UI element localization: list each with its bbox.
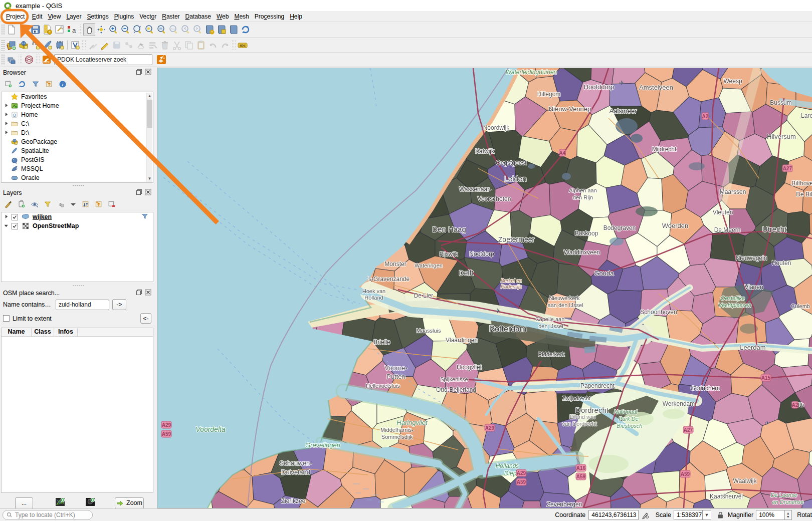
svg-text:Voorne-: Voorne- [384,364,408,372]
svg-text:Spijkenisse: Spijkenisse [440,376,468,382]
svg-text:A16: A16 [576,465,586,471]
svg-text:Monster: Monster [384,260,406,268]
svg-text:Mijdrecht: Mijdrecht [652,146,677,153]
svg-text:aan den IJssel: aan den IJssel [548,302,583,308]
svg-text:Zierikzee: Zierikzee [281,497,306,504]
svg-text:Waddinxveen: Waddinxveen [564,249,600,256]
svg-text:Bussum: Bussum [770,99,791,106]
svg-text:Nieuwerkerk: Nieuwerkerk [549,295,580,301]
svg-text:Boskoop: Boskoop [575,230,598,237]
svg-text:Bodegraven: Bodegraven [603,224,636,231]
svg-text:Maassluis: Maassluis [417,328,441,334]
svg-text:*: * [211,30,213,35]
svg-text:Voorschoten: Voorschoten [478,195,511,202]
svg-text:*: * [49,30,50,35]
svg-text:De Loonse: De Loonse [770,492,797,498]
svg-text:1:1: 1:1 [171,28,175,31]
svg-text:Culemb: Culemb [791,303,810,309]
svg-text:A59: A59 [576,474,586,479]
svg-text:Den Haag: Den Haag [432,225,466,233]
svg-text:Katwijk: Katwijk [475,148,495,155]
svg-text:✈: ✈ [619,79,625,87]
svg-text:abc: abc [240,44,246,47]
svg-text:A27: A27 [684,427,693,433]
svg-text:A2: A2 [702,114,709,119]
svg-text:Grevelingen: Grevelingen [305,441,340,449]
svg-text:Sommelsdijk: Sommelsdijk [381,434,413,440]
svg-text:A15: A15 [761,375,771,381]
svg-text:Nootdorp: Nootdorp [469,250,494,257]
svg-text:den Rijn: den Rijn [573,194,593,200]
svg-text:A59: A59 [517,479,526,485]
svg-text:Vleuten: Vleuten [713,209,733,216]
svg-text:Voordelta: Voordelta [195,425,226,433]
svg-text:Zoetermeer: Zoetermeer [498,235,535,243]
svg-text:Dordrecht: Dordrecht [575,406,609,414]
svg-text:A2: A2 [792,402,798,408]
svg-text:Schoonhoven: Schoonhoven [640,309,677,316]
svg-text:A29: A29 [517,470,526,476]
svg-text:Schouwen-: Schouwen- [279,459,312,467]
svg-text:Bilthoven: Bilthoven [791,180,812,187]
svg-text:Putten: Putten [386,373,405,380]
svg-text:Utrecht: Utrecht [762,225,787,233]
svg-text:Houten: Houten [772,259,791,267]
svg-text:Oostelijke: Oostelijke [721,295,745,301]
svg-text:Oegstgeest: Oegstgeest [496,159,527,166]
svg-text:Holland: Holland [364,295,383,301]
svg-text:✈: ✈ [495,307,501,315]
svg-text:den IJssel: den IJssel [538,323,563,329]
svg-text:Rotterdam: Rotterdam [489,325,527,333]
svg-text:Eiland van: Eiland van [569,414,595,420]
svg-text:PDOK: PDOK [44,61,50,64]
svg-text:Hoogvliet: Hoogvliet [457,364,482,371]
svg-text:Brielle: Brielle [373,339,390,346]
svg-text:Amstelveen: Amstelveen [639,84,673,91]
svg-text:Leerdam: Leerdam [740,344,765,351]
svg-text:a: a [72,27,76,34]
svg-text:Alphen aan: Alphen aan [569,187,597,193]
svg-text:Aalsmeer: Aalsmeer [610,107,638,115]
svg-text:Hillegom: Hillegom [537,91,561,98]
svg-text:Haringvliet: Haringvliet [396,419,428,426]
svg-text:Vlaardingen: Vlaardingen [446,337,478,344]
svg-text:Duiveland: Duiveland [281,468,310,476]
svg-text:Maarssen: Maarssen [720,188,746,195]
svg-text:Rijswijk: Rijswijk [440,251,458,257]
svg-text:Hoek van: Hoek van [362,288,385,294]
svg-text:Hollands: Hollands [496,462,519,469]
svg-text:A4: A4 [559,150,566,156]
svg-text:Oud-Beijerland: Oud-Beijerland [436,386,476,393]
svg-text:Hoofddorp: Hoofddorp [584,83,615,91]
svg-text:Berkel en: Berkel en [501,278,522,284]
svg-text:Rodenrijs: Rodenrijs [501,284,522,290]
svg-text:Papendrecht: Papendrecht [580,382,615,389]
svg-text:Werkendam: Werkendam [663,400,695,407]
svg-text:Vianen: Vianen [744,284,763,291]
svg-text:Delft: Delft [459,269,474,277]
svg-text:Kaatsheuvel: Kaatsheuvel [710,493,743,500]
svg-text:De Meern: De Meern [714,226,741,233]
svg-text:'s-Gravenzande: 's-Gravenzande [367,276,410,283]
svg-text:A59: A59 [681,471,690,477]
svg-text:Vechtplassen: Vechtplassen [718,302,751,308]
svg-text:Noordwijk: Noordwijk [483,124,510,131]
svg-text:Hilversum: Hilversum [767,133,796,140]
svg-text:A29: A29 [162,422,171,428]
svg-text:Nieuw-Vennep: Nieuw-Vennep [549,105,591,113]
svg-text:Waterleidingduinen: Waterleidingduinen [506,69,557,76]
svg-text:Gouda: Gouda [594,270,614,277]
svg-text:Ridderkerk: Ridderkerk [538,351,565,357]
svg-text:Waalwijk: Waalwijk [733,477,757,484]
svg-text:A59: A59 [162,431,171,437]
svg-text:en Drunense: en Drunense [772,499,804,505]
svg-text:Diep: Diep [504,470,517,477]
svg-text:✈: ✈ [765,420,769,426]
svg-text:Capelle aan: Capelle aan [535,316,565,322]
svg-text:Nieuwegein: Nieuwegein [736,254,767,262]
svg-text:Weesp: Weesp [723,78,742,85]
svg-text:Middelharnis-: Middelharnis- [380,427,414,433]
svg-text:A27: A27 [783,166,792,171]
svg-text:Hellevoetsluis: Hellevoetsluis [366,383,400,389]
svg-text:Nationaal: Nationaal [614,409,638,415]
